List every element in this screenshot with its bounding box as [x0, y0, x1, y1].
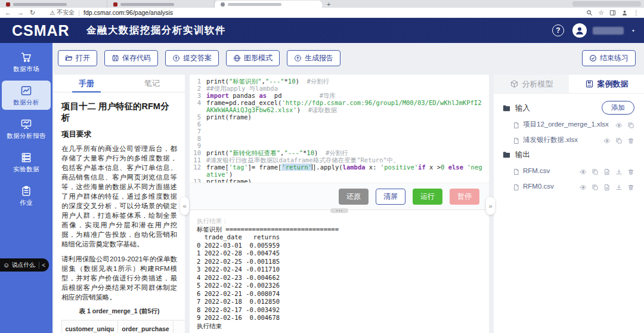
forward-icon[interactable]: →: [17, 10, 24, 16]
copy-icon[interactable]: [615, 136, 623, 143]
code-text: [206, 142, 489, 149]
sidebar-item-homework[interactable]: 作业: [2, 181, 51, 210]
line-number: 4: [190, 99, 206, 113]
file-item[interactable]: RFM.csv: [513, 165, 636, 176]
add-file-button[interactable]: 添加: [602, 101, 634, 115]
copy-icon[interactable]: [627, 121, 634, 128]
submit-answer-button[interactable]: 提交答案: [165, 50, 219, 66]
collapse-left-panel-icon[interactable]: «: [180, 197, 189, 215]
app-title: 金融大数据挖掘分析实训软件: [86, 24, 226, 37]
file-item[interactable]: RFM0.csv: [513, 181, 636, 192]
new-tab-button[interactable]: +: [322, 1, 335, 8]
file-name: RFM0.csv: [523, 183, 577, 190]
line-number: 13: [190, 178, 206, 183]
side-panel-icon[interactable]: [609, 10, 616, 16]
manual-paragraph: 请利用保险公司2019-2021年的保单数据集（数据见表1所示）构建RFM模型，…: [61, 254, 177, 302]
reset-button[interactable]: 还原: [339, 189, 369, 205]
analysis-model-label: 分析模型: [522, 79, 553, 90]
code-text: [206, 135, 489, 142]
preview-icon[interactable]: [580, 183, 587, 190]
generate-report-button[interactable]: 生成报告: [287, 50, 340, 66]
clear-button[interactable]: 清屏: [376, 189, 405, 205]
save-code-button[interactable]: 保存代码: [104, 50, 158, 66]
code-text: import pandas as pd #导库: [206, 92, 489, 99]
chat-widget[interactable]: ☺ 说点什么... <: [0, 258, 49, 272]
run-button[interactable]: 运行: [413, 189, 442, 205]
tab-notes[interactable]: 笔记: [119, 75, 185, 92]
browser-tab[interactable]: [107, 1, 215, 8]
tab-favicon: [221, 2, 225, 7]
generate-report-label: 生成报告: [305, 53, 333, 63]
code-line: 4frame=pd.read_excel('http://fdp.csmar.c…: [190, 99, 489, 113]
profile-icon[interactable]: [621, 10, 628, 16]
csmar-logo: CSMAR: [12, 22, 70, 39]
end-practice-label: 结束练习: [600, 53, 628, 63]
pause-button[interactable]: 暂停: [450, 189, 479, 205]
browser-address-bar: ← → ↻ ⚠不安全 | fdp.csmar.com:96/page/analy…: [0, 8, 644, 18]
sidebar-item-analysis-report[interactable]: 数据分析报告: [2, 114, 51, 143]
line-number: 7: [190, 128, 206, 135]
copy-icon[interactable]: [592, 183, 599, 190]
browser-tab[interactable]: [0, 1, 107, 8]
line-number: 2: [190, 85, 206, 92]
file-item[interactable]: 浦发银行数据.xlsx: [513, 134, 636, 145]
code-editor[interactable]: 1print("标签识别","---"*10) #分割行2##使用apply 与…: [190, 75, 489, 183]
browser-tab-active[interactable]: [215, 1, 322, 8]
sidebar-item-data-market[interactable]: 数据市场: [2, 47, 51, 76]
delete-icon[interactable]: [627, 167, 634, 174]
code-text: print(frame): [206, 178, 489, 183]
resize-handle[interactable]: [330, 208, 348, 213]
search-icon[interactable]: [586, 10, 593, 16]
tab-title-blurred: [13, 3, 67, 6]
tab-manual[interactable]: 手册: [54, 75, 119, 92]
case-icon: [585, 79, 594, 88]
sidebar-item-data-analysis[interactable]: 数据分析: [2, 81, 51, 110]
table-header-cell: order_id: [174, 320, 185, 333]
file-name: 项目12_order_merge_1.xlsx: [523, 120, 612, 129]
preview-icon[interactable]: [615, 121, 623, 128]
code-line: 2##使用apply 与lambda: [190, 85, 489, 92]
chat-collapse-icon[interactable]: <: [42, 262, 45, 269]
back-icon[interactable]: ←: [5, 10, 11, 16]
line-number: 12: [190, 164, 206, 178]
copy-icon[interactable]: [592, 167, 599, 174]
reload-icon[interactable]: ↻: [30, 10, 35, 16]
folder-icon: [502, 150, 511, 159]
tab-favicon: [6, 2, 10, 7]
url-field[interactable]: ⚠不安全 | fdp.csmar.com:96/page/analysis: [49, 8, 580, 17]
section-label: 输出: [515, 150, 530, 160]
browser-tab-strip: +: [0, 0, 644, 8]
code-line: 8: [190, 135, 489, 142]
delete-icon[interactable]: [627, 136, 634, 143]
preview-icon[interactable]: [603, 136, 611, 143]
file-name: 浦发银行数据.xlsx: [523, 135, 600, 144]
export-icon[interactable]: [603, 167, 611, 174]
code-text: print(frame): [206, 113, 489, 121]
help-icon[interactable]: ?: [552, 24, 564, 36]
user-menu-caret-icon[interactable]: ▾: [632, 28, 634, 33]
delete-icon[interactable]: [627, 183, 634, 190]
preview-icon[interactable]: [580, 167, 587, 174]
collapse-right-panel-icon[interactable]: »: [486, 197, 495, 215]
end-practice-button[interactable]: 结束练习: [582, 50, 636, 66]
tab-title-blurred: [228, 3, 281, 6]
download-icon[interactable]: [615, 167, 623, 174]
file-item[interactable]: 项目12_order_merge_1.xlsx: [513, 119, 636, 130]
download-icon[interactable]: [615, 183, 623, 190]
warning-icon: ⚠: [49, 10, 55, 16]
username-blurred: [593, 27, 624, 35]
table-header-cell: order_purchase_timestamp: [117, 320, 174, 333]
line-number: 3: [190, 92, 206, 99]
code-line: 9: [190, 142, 489, 149]
sidebar-item-experiment-data[interactable]: 实验数据: [2, 147, 51, 177]
avatar[interactable]: [572, 23, 587, 38]
tab-case-data[interactable]: 案例数据: [569, 75, 644, 93]
report-icon: [20, 118, 32, 130]
browser-menu-icon[interactable]: ⋮: [633, 10, 639, 16]
export-icon[interactable]: [603, 183, 611, 190]
bookmark-star-icon[interactable]: ☆: [598, 10, 604, 16]
graph-mode-button[interactable]: 图形模式: [226, 50, 280, 66]
open-button[interactable]: 打开: [58, 50, 97, 66]
database-icon: [20, 152, 32, 164]
tab-analysis-model[interactable]: 分析模型: [494, 75, 569, 93]
